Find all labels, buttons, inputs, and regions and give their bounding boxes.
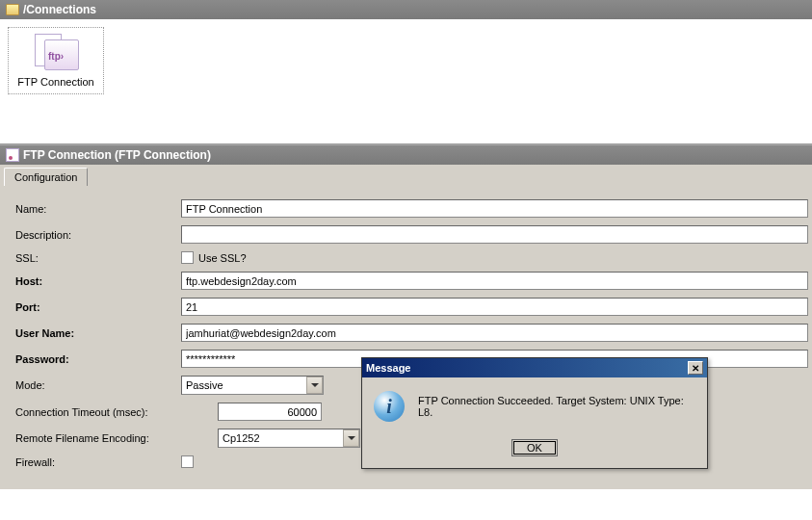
username-label: User Name:	[15, 327, 181, 339]
tabs-row: Configuration	[0, 165, 812, 186]
host-label: Host:	[15, 275, 181, 287]
name-label: Name:	[15, 203, 181, 215]
port-input[interactable]	[181, 298, 808, 316]
timeout-label: Connection Timeout (msec):	[15, 406, 218, 418]
dialog-titlebar[interactable]: Message ✕	[362, 358, 707, 377]
description-input[interactable]	[181, 225, 808, 244]
panel-header: FTP Connection (FTP Connection)	[0, 144, 812, 165]
mode-dropdown-button[interactable]	[306, 377, 323, 394]
password-label: Password:	[15, 353, 181, 365]
close-icon: ✕	[692, 363, 699, 374]
message-dialog: Message ✕ i FTP Connection Succeeded. Ta…	[361, 357, 708, 469]
dialog-title-text: Message	[366, 362, 410, 374]
firewall-label: Firewall:	[15, 456, 181, 468]
ftp-connection-icon: ftp›	[31, 34, 81, 72]
header-title: /Connections	[23, 3, 96, 16]
folder-icon	[6, 4, 19, 15]
connections-list-area: ftp› FTP Connection	[0, 19, 812, 144]
port-label: Port:	[15, 301, 181, 313]
name-input[interactable]	[181, 199, 808, 218]
username-input[interactable]	[181, 324, 808, 342]
encoding-select[interactable]	[218, 429, 360, 448]
timeout-input[interactable]	[218, 403, 322, 421]
mode-select[interactable]	[181, 376, 324, 395]
tab-configuration[interactable]: Configuration	[4, 168, 88, 186]
ok-button[interactable]: OK	[511, 439, 558, 456]
ssl-checkbox[interactable]	[181, 251, 194, 264]
panel-title: FTP Connection (FTP Connection)	[23, 148, 211, 162]
description-label: Description:	[15, 229, 181, 241]
dialog-close-button[interactable]: ✕	[688, 361, 703, 375]
ftp-small-icon	[6, 148, 19, 162]
configuration-form: Name: Description: SSL: Use SSL? Host: P…	[0, 186, 812, 489]
firewall-checkbox[interactable]	[181, 455, 194, 468]
ftp-connection-item[interactable]: ftp› FTP Connection	[8, 27, 104, 94]
ssl-label: SSL:	[15, 252, 181, 264]
ssl-checkbox-label: Use SSL?	[198, 252, 247, 264]
encoding-dropdown-button[interactable]	[343, 429, 359, 447]
dialog-message: FTP Connection Succeeded. Target System:…	[418, 395, 695, 418]
info-icon: i	[374, 391, 405, 422]
connections-header: /Connections	[0, 0, 812, 19]
connection-item-label: FTP Connection	[16, 76, 95, 88]
host-input[interactable]	[181, 272, 808, 290]
mode-label: Mode:	[15, 379, 181, 391]
encoding-label: Remote Filename Encoding:	[15, 432, 218, 444]
